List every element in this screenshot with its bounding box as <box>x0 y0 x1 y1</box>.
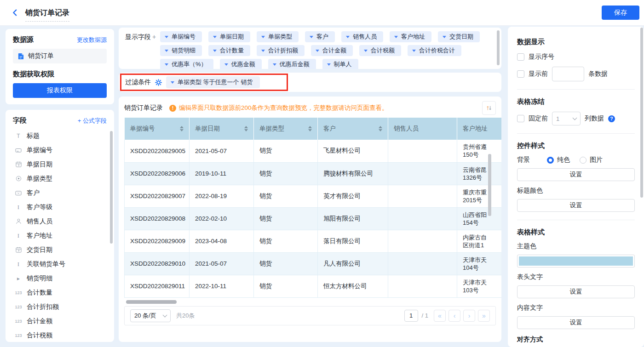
page-size-value: 20 条/页 <box>134 312 156 320</box>
table-cell: 销货 <box>254 252 318 275</box>
chip-label: 优惠率（%） <box>172 60 207 68</box>
content-text-set-button[interactable]: 设置 <box>517 316 635 329</box>
table-cell: 天津市天104号 <box>457 252 502 275</box>
horizontal-scrollbar-thumb[interactable] <box>126 300 177 304</box>
display-fields-scrollbar-thumb[interactable] <box>497 30 500 65</box>
field-item[interactable]: I客户地址 <box>13 228 107 243</box>
show-first-checkbox[interactable] <box>517 70 524 78</box>
last-page-button[interactable]: » <box>478 310 490 322</box>
display-field-chip[interactable]: 优惠后金额 <box>268 59 316 69</box>
chevron-down-icon <box>261 36 265 38</box>
freeze-checkbox[interactable] <box>517 115 524 122</box>
add-formula-field-link[interactable]: + 公式字段 <box>78 117 107 125</box>
freeze-count-value: 1 <box>556 115 559 122</box>
gear-icon[interactable] <box>155 79 162 86</box>
column-sort-icon[interactable] <box>180 126 184 131</box>
theme-color-picker[interactable] <box>517 255 635 267</box>
header-text-set-button[interactable]: 设置 <box>517 285 635 298</box>
display-field-chip[interactable]: 合计税额 <box>359 45 401 56</box>
back-icon[interactable] <box>11 9 19 17</box>
column-header-label: 单据类型 <box>259 125 284 133</box>
display-field-chip[interactable]: 销货明细 <box>160 45 202 56</box>
divider <box>517 89 635 90</box>
freeze-count-select[interactable]: 1 <box>552 112 581 125</box>
column-sort-icon[interactable] <box>308 126 312 131</box>
field-item[interactable]: 销售人员 <box>13 214 107 228</box>
display-field-chip[interactable]: 销售人员 <box>341 31 383 42</box>
table-cell: XSDD20220829005 <box>125 140 190 162</box>
field-item[interactable]: 交货日期 <box>13 243 107 257</box>
display-field-chip[interactable]: 优惠金额 <box>220 59 262 69</box>
column-header: 单据类型 <box>254 118 318 140</box>
save-button[interactable]: 保存 <box>602 6 639 20</box>
show-index-checkbox[interactable] <box>517 53 524 61</box>
display-field-chip[interactable]: 单据类型 <box>257 31 299 42</box>
field-item-label: 客户 <box>27 189 40 197</box>
background-set-button[interactable]: 设置 <box>517 168 635 181</box>
title-color-set-button[interactable]: 设置 <box>517 199 635 212</box>
change-datasource-link[interactable]: 更改数据源 <box>77 36 107 44</box>
display-field-chip[interactable]: 单据日期 <box>208 31 250 42</box>
table-row: XSDD202208290052021-05-07销货飞星材料公司贵州省遵150… <box>125 140 502 162</box>
settings-scrollbar-thumb[interactable] <box>640 28 643 198</box>
image-radio[interactable] <box>580 157 586 164</box>
next-page-button[interactable]: › <box>463 310 475 322</box>
table-cell <box>388 252 457 275</box>
freeze-prefix: 固定前 <box>529 114 548 123</box>
table-scrollbar-thumb[interactable] <box>488 154 491 216</box>
solid-color-radio[interactable] <box>547 157 554 164</box>
field-item[interactable]: T标题 <box>13 129 107 143</box>
display-field-chip[interactable]: 单据编号 <box>160 31 202 42</box>
table-row: XSDD202208290092023-04-08销货落日有限公司内蒙古自区街道… <box>125 230 502 252</box>
filter-condition-text: 单据类型 等于任意一个 销货 <box>178 78 253 86</box>
field-item[interactable]: 客户 <box>13 186 107 200</box>
horizontal-scrollbar <box>124 300 490 304</box>
column-sort-icon[interactable] <box>244 126 248 131</box>
field-item[interactable]: 单据日期 <box>13 157 107 171</box>
question-icon[interactable]: ? <box>608 115 615 122</box>
field-item[interactable]: I关联销货单号 <box>13 257 107 271</box>
page-size-select[interactable]: 20 条/页 <box>130 309 171 322</box>
table-cell <box>388 185 457 207</box>
field-item[interactable]: ▸销货明细 <box>13 271 107 285</box>
calendar-icon <box>14 247 23 253</box>
table-sort-button[interactable] <box>482 101 496 115</box>
table-cell: 内蒙古自区街道1 <box>457 230 502 252</box>
data-table: 单据编号单据日期单据类型客户销售人员客户地址 XSDD2022082900520… <box>124 118 501 298</box>
column-sort-icon[interactable] <box>379 126 382 131</box>
add-display-field-button[interactable]: + <box>152 33 156 40</box>
field-item[interactable]: I客户等级 <box>13 200 107 214</box>
page-number-input[interactable] <box>404 310 418 322</box>
display-field-chip[interactable]: 制单人 <box>322 59 358 69</box>
display-field-chip[interactable]: 合计价税合计 <box>408 45 461 56</box>
chevron-down-icon <box>171 81 174 84</box>
fields-scrollbar-thumb[interactable] <box>110 131 113 244</box>
field-item[interactable]: 123合计折扣额 <box>13 300 107 314</box>
first-page-button[interactable]: « <box>434 310 446 322</box>
display-field-chip[interactable]: 合计数量 <box>208 45 250 56</box>
display-field-chip[interactable]: 合计折扣额 <box>257 45 305 56</box>
datasource-title: 数据源 <box>13 35 34 44</box>
display-field-chip[interactable]: 合计金额 <box>311 45 353 56</box>
field-item[interactable]: 单据编号 <box>13 143 107 157</box>
report-permission-button[interactable]: 报表权限 <box>13 83 107 98</box>
display-field-chip[interactable]: 客户 <box>305 31 335 42</box>
display-field-chip[interactable]: 交货日期 <box>438 31 480 42</box>
datasource-card: 数据源 更改数据源 销货订单 数据获取权限 报表权限 <box>6 29 114 104</box>
chevron-down-icon <box>310 36 313 38</box>
field-item[interactable]: 123合计税额 <box>13 328 107 342</box>
field-item[interactable]: 123合计数量 <box>13 285 107 300</box>
title-icon: T <box>14 133 23 139</box>
display-field-chip[interactable]: 客户地址 <box>390 31 431 42</box>
field-item[interactable]: 单据类型 <box>13 171 107 186</box>
field-item-label: 销货明细 <box>27 274 52 283</box>
warning-icon: ! <box>169 105 176 112</box>
show-first-count-input[interactable] <box>552 67 584 81</box>
display-field-chip[interactable]: 优惠率（%） <box>160 59 213 69</box>
prev-page-button[interactable]: ‹ <box>448 310 460 322</box>
field-item[interactable]: 123合计金额 <box>13 314 107 328</box>
chip-label: 合计价税合计 <box>419 46 455 55</box>
divider <box>517 133 635 134</box>
filter-condition-chip[interactable]: 单据类型 等于任意一个 销货 <box>166 76 260 88</box>
datasource-item[interactable]: 销货订单 <box>13 49 107 63</box>
